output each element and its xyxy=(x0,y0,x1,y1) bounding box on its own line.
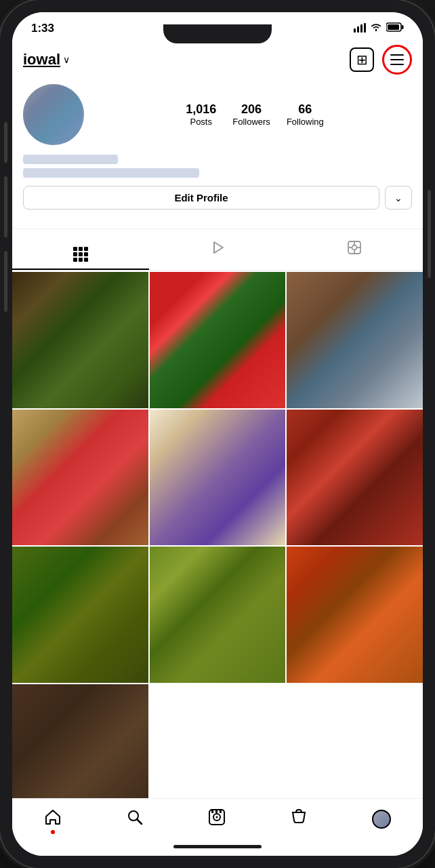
username-row: iowal ∨ xyxy=(23,51,70,68)
followers-label: Followers xyxy=(232,117,270,127)
posts-count: 1,016 xyxy=(186,102,216,117)
tabs-row xyxy=(12,229,423,271)
grid-photo-2[interactable] xyxy=(150,272,286,408)
grid-photo-1[interactable] xyxy=(12,272,148,408)
reels-nav-icon xyxy=(208,808,226,830)
home-indicator xyxy=(12,837,423,856)
menu-button[interactable] xyxy=(382,45,412,75)
profile-info-row: 1,016 Posts 206 Followers 66 Following xyxy=(23,84,412,145)
add-post-button[interactable]: ⊞ xyxy=(350,47,374,72)
tab-tagged[interactable] xyxy=(286,229,423,270)
grid-photo-8[interactable] xyxy=(150,547,286,683)
username[interactable]: iowal xyxy=(23,51,60,68)
grid-photo-5[interactable] xyxy=(150,410,286,546)
grid-photo-6[interactable] xyxy=(287,410,423,546)
header-icons: ⊞ xyxy=(350,45,412,75)
bio-line-2 xyxy=(23,168,199,178)
avatar-image xyxy=(23,84,84,145)
followers-count: 206 xyxy=(241,102,262,117)
status-icons xyxy=(354,22,404,35)
svg-rect-6 xyxy=(388,24,399,30)
home-icon xyxy=(44,808,62,830)
svg-rect-21 xyxy=(220,810,222,813)
grid-photo-10[interactable] xyxy=(12,684,148,798)
bottom-nav xyxy=(12,798,423,837)
menu-line-1 xyxy=(390,54,404,56)
menu-line-3 xyxy=(390,64,404,65)
posts-stat[interactable]: 1,016 Posts xyxy=(186,102,216,127)
nav-home[interactable] xyxy=(36,806,70,833)
grid-photo-9[interactable] xyxy=(287,547,423,683)
svg-rect-20 xyxy=(215,810,218,813)
grid-photo-4[interactable] xyxy=(12,410,148,546)
play-icon xyxy=(210,240,225,259)
svg-point-18 xyxy=(215,816,218,818)
profile-dropdown-button[interactable]: ⌄ xyxy=(385,186,412,210)
home-bar xyxy=(173,845,262,848)
svg-rect-19 xyxy=(211,810,213,813)
edit-profile-row: Edit Profile ⌄ xyxy=(23,186,412,210)
signal-icon xyxy=(354,23,366,35)
battery-icon xyxy=(386,22,404,35)
avatar[interactable] xyxy=(23,84,84,145)
svg-rect-3 xyxy=(364,23,366,33)
grid-photo-3[interactable] xyxy=(287,272,423,408)
profile-section: 1,016 Posts 206 Followers 66 Following xyxy=(12,81,423,229)
plus-icon: ⊞ xyxy=(356,52,368,68)
following-stat[interactable]: 66 Following xyxy=(287,102,324,127)
phone-frame: 1:33 xyxy=(0,0,435,868)
chevron-down-icon[interactable]: ∨ xyxy=(63,54,70,65)
power-button[interactable] xyxy=(428,190,431,278)
svg-point-9 xyxy=(352,245,357,250)
shop-icon xyxy=(290,808,308,830)
silent-switch[interactable] xyxy=(4,251,7,312)
svg-rect-5 xyxy=(402,25,404,29)
grid-icon xyxy=(73,237,88,262)
nav-shop[interactable] xyxy=(282,806,316,833)
home-notification-dot xyxy=(51,830,55,834)
svg-rect-2 xyxy=(360,24,362,33)
svg-line-15 xyxy=(137,819,142,824)
nav-reels[interactable] xyxy=(200,806,234,833)
tab-reels[interactable] xyxy=(149,229,286,270)
app-content: iowal ∨ ⊞ xyxy=(12,41,423,798)
photo-grid xyxy=(12,272,423,798)
posts-label: Posts xyxy=(190,117,212,127)
grid-photo-7[interactable] xyxy=(12,547,148,683)
stats-row: 1,016 Posts 206 Followers 66 Following xyxy=(98,102,412,127)
followers-stat[interactable]: 206 Followers xyxy=(232,102,270,127)
bio-line-1 xyxy=(23,155,118,164)
edit-profile-button[interactable]: Edit Profile xyxy=(23,186,379,210)
phone-screen: 1:33 xyxy=(12,12,423,856)
tagged-icon xyxy=(347,240,362,259)
profile-nav-avatar xyxy=(372,810,391,829)
nav-search[interactable] xyxy=(118,806,152,833)
volume-up-button[interactable] xyxy=(4,122,7,163)
volume-down-button[interactable] xyxy=(4,176,7,237)
svg-rect-0 xyxy=(354,28,356,33)
wifi-icon xyxy=(370,22,382,35)
menu-line-2 xyxy=(390,59,404,60)
following-count: 66 xyxy=(298,102,312,117)
nav-profile[interactable] xyxy=(364,807,399,831)
following-label: Following xyxy=(287,117,324,127)
svg-rect-1 xyxy=(357,26,359,33)
bio-area xyxy=(23,155,412,178)
tab-grid[interactable] xyxy=(12,229,149,270)
header: iowal ∨ ⊞ xyxy=(12,41,423,81)
svg-marker-7 xyxy=(214,242,223,253)
status-time: 1:33 xyxy=(31,22,54,35)
search-icon xyxy=(126,808,144,830)
dropdown-icon: ⌄ xyxy=(394,193,402,203)
notch xyxy=(163,24,272,43)
